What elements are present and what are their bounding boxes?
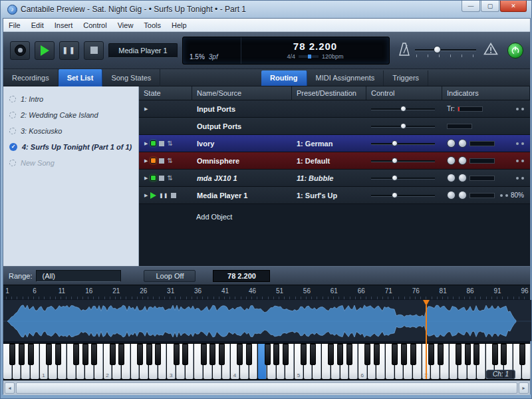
piano-key-black[interactable] xyxy=(201,344,207,365)
setlist-item[interactable]: 3: Kosciusko xyxy=(3,123,138,139)
piano-key-black[interactable] xyxy=(346,344,352,365)
stop-icon[interactable] xyxy=(159,158,164,164)
gain-slider[interactable] xyxy=(371,139,435,148)
minimize-button[interactable]: — xyxy=(462,1,480,12)
warning-icon[interactable] xyxy=(483,43,498,58)
tab-song-states[interactable]: Song States xyxy=(102,69,160,86)
tab-set-list[interactable]: Set List xyxy=(59,69,103,86)
menu-file[interactable]: File xyxy=(3,19,26,32)
piano-key-black[interactable] xyxy=(364,344,370,365)
piano-key-black[interactable] xyxy=(28,344,34,365)
routing-row[interactable]: ▶Input PortsTr: xyxy=(139,100,530,118)
record-button[interactable] xyxy=(10,41,30,60)
piano-key-black[interactable] xyxy=(273,344,279,365)
row-preset[interactable]: 1: German xyxy=(292,135,366,152)
row-preset[interactable]: 11: Bubble xyxy=(292,170,366,186)
slider-thumb[interactable] xyxy=(392,140,398,146)
piano-keyboard[interactable]: Ch: 1 12345678 xyxy=(3,343,530,380)
tab-midi-assignments[interactable]: MIDI Assignments xyxy=(307,70,384,86)
titlebar[interactable]: ♪ Cantabile Preview - Sat. Night Gig - •… xyxy=(3,1,529,18)
slider-thumb[interactable] xyxy=(392,175,398,181)
stop-icon[interactable] xyxy=(159,141,164,146)
piano-key-black[interactable] xyxy=(428,344,434,365)
menu-view[interactable]: View xyxy=(112,19,139,32)
play-button[interactable] xyxy=(35,41,55,60)
menu-control[interactable]: Control xyxy=(78,19,112,32)
piano-key-black[interactable] xyxy=(265,344,271,365)
gain-slider[interactable] xyxy=(371,174,435,183)
menu-tools[interactable]: Tools xyxy=(138,19,166,32)
metronome-icon[interactable] xyxy=(398,43,410,59)
run-led-icon[interactable] xyxy=(150,175,156,181)
piano-key-black[interactable] xyxy=(19,344,25,365)
maximize-button[interactable]: ▢ xyxy=(481,1,499,12)
play-icon[interactable] xyxy=(150,192,156,199)
routing-row[interactable]: ▶❚❚Media Player 11: Surf's Up80% xyxy=(139,187,530,204)
expand-icon[interactable]: ▶ xyxy=(144,193,148,198)
warn-led-icon[interactable] xyxy=(150,158,156,164)
knob[interactable] xyxy=(447,191,456,200)
scroll-left-icon[interactable]: ◂ xyxy=(5,382,15,394)
piano-key-black[interactable] xyxy=(337,344,343,365)
piano-key-black[interactable] xyxy=(392,344,398,365)
knob[interactable] xyxy=(458,174,467,182)
piano-key-black[interactable] xyxy=(174,344,180,365)
setlist-item[interactable]: New Song xyxy=(3,155,138,171)
row-preset[interactable]: 1: Surf's Up xyxy=(292,187,366,203)
routing-row[interactable]: ▶⇅Omnisphere1: Default xyxy=(139,152,530,170)
tab-routing[interactable]: Routing xyxy=(261,70,307,86)
routing-row[interactable]: Output Ports xyxy=(139,118,530,135)
slider-thumb[interactable] xyxy=(400,123,406,129)
stop-button[interactable] xyxy=(84,41,104,60)
stop-icon[interactable] xyxy=(171,193,176,198)
slider-thumb[interactable] xyxy=(434,46,441,53)
expand-icon[interactable]: ▶ xyxy=(144,158,148,164)
knob[interactable] xyxy=(458,191,467,200)
knob[interactable] xyxy=(447,156,456,165)
piano-key-black[interactable] xyxy=(55,344,61,365)
metronome-volume-slider[interactable] xyxy=(415,44,476,57)
slider-thumb[interactable] xyxy=(400,106,406,112)
power-button[interactable] xyxy=(507,43,523,59)
run-led-icon[interactable] xyxy=(150,140,156,146)
knob[interactable] xyxy=(458,139,467,148)
stop-icon[interactable] xyxy=(159,176,164,181)
piano-key-black[interactable] xyxy=(91,344,97,365)
horizontal-scrollbar[interactable]: ◂ ▸ xyxy=(3,380,530,395)
knob[interactable] xyxy=(447,174,456,182)
piano-key-black[interactable] xyxy=(401,344,407,365)
expand-icon[interactable]: ▶ xyxy=(144,176,148,181)
piano-key-black[interactable] xyxy=(118,344,124,365)
piano-key-black[interactable] xyxy=(492,344,498,365)
piano-key-black[interactable] xyxy=(46,344,52,365)
setlist-item[interactable]: 1: Intro xyxy=(3,91,138,107)
scroll-right-icon[interactable]: ▸ xyxy=(519,382,529,394)
piano-key-black[interactable] xyxy=(182,344,188,365)
piano-key-black[interactable] xyxy=(209,344,215,365)
pause-button[interactable]: ❚❚ xyxy=(59,41,79,60)
expand-icon[interactable]: ▶ xyxy=(144,106,148,112)
menu-edit[interactable]: Edit xyxy=(26,19,49,32)
piano-key-black[interactable] xyxy=(456,344,462,365)
piano-key-black[interactable] xyxy=(501,344,507,365)
slider-thumb[interactable] xyxy=(392,158,398,164)
add-object-button[interactable]: Add Object xyxy=(196,213,530,221)
row-preset[interactable]: 1: Default xyxy=(292,152,366,169)
routing-row[interactable]: ▶⇅mda JX10 111: Bubble xyxy=(139,170,530,187)
knob[interactable] xyxy=(447,139,456,148)
row-preset[interactable] xyxy=(292,100,366,117)
gain-slider[interactable] xyxy=(371,156,435,166)
gain-slider[interactable] xyxy=(371,104,435,114)
piano-key-black[interactable] xyxy=(110,344,116,365)
piano-key-black[interactable] xyxy=(9,344,15,365)
piano-key-black[interactable] xyxy=(473,344,479,365)
piano-key-black[interactable] xyxy=(155,344,161,365)
piano-key-black[interactable] xyxy=(146,344,152,365)
piano-key-black[interactable] xyxy=(519,344,525,365)
piano-key-black[interactable] xyxy=(237,344,243,365)
tab-triggers[interactable]: Triggers xyxy=(384,70,428,86)
slider-thumb[interactable] xyxy=(392,192,398,198)
piano-key-black[interactable] xyxy=(283,344,289,365)
setlist-item[interactable]: ✓4: Surfs Up Tonight (Part 1 of 1) xyxy=(3,139,138,155)
piano-key-black[interactable] xyxy=(465,344,471,365)
